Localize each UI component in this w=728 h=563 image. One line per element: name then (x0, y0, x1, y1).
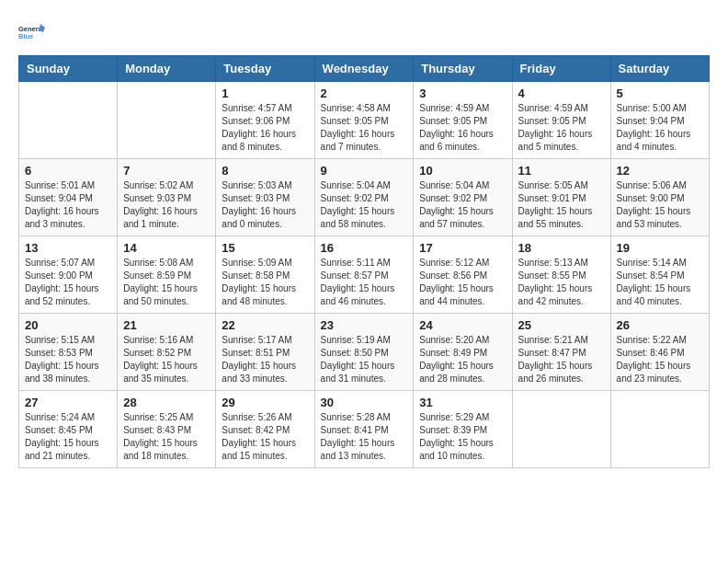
day-info: Sunrise: 5:08 AM Sunset: 8:59 PM Dayligh… (123, 257, 210, 308)
day-number: 9 (321, 164, 408, 178)
day-info: Sunrise: 5:20 AM Sunset: 8:49 PM Dayligh… (419, 334, 506, 385)
calendar-cell: 13Sunrise: 5:07 AM Sunset: 9:00 PM Dayli… (19, 236, 118, 314)
day-number: 20 (25, 318, 111, 332)
calendar-cell: 14Sunrise: 5:08 AM Sunset: 8:59 PM Dayli… (118, 236, 216, 314)
calendar-week-row: 1Sunrise: 4:57 AM Sunset: 9:06 PM Daylig… (19, 82, 710, 159)
calendar-cell: 28Sunrise: 5:25 AM Sunset: 8:43 PM Dayli… (118, 391, 216, 468)
calendar-cell: 20Sunrise: 5:15 AM Sunset: 8:53 PM Dayli… (19, 314, 118, 391)
day-info: Sunrise: 5:19 AM Sunset: 8:50 PM Dayligh… (321, 334, 408, 385)
day-number: 2 (321, 86, 408, 100)
day-info: Sunrise: 5:05 AM Sunset: 9:01 PM Dayligh… (518, 179, 605, 231)
calendar-cell: 6Sunrise: 5:01 AM Sunset: 9:04 PM Daylig… (19, 159, 118, 236)
day-number: 24 (419, 318, 506, 332)
day-number: 21 (123, 318, 210, 332)
day-number: 16 (321, 241, 408, 255)
svg-text:Blue: Blue (18, 32, 33, 40)
col-header-wednesday: Wednesday (314, 56, 414, 82)
day-info: Sunrise: 5:26 AM Sunset: 8:42 PM Dayligh… (222, 411, 308, 463)
calendar-cell: 2Sunrise: 4:58 AM Sunset: 9:05 PM Daylig… (314, 82, 414, 159)
day-number: 6 (25, 164, 111, 178)
day-number: 3 (419, 86, 506, 100)
day-number: 23 (321, 318, 408, 332)
day-number: 8 (222, 164, 308, 178)
day-info: Sunrise: 5:25 AM Sunset: 8:43 PM Dayligh… (123, 411, 210, 463)
calendar-cell: 23Sunrise: 5:19 AM Sunset: 8:50 PM Dayli… (314, 314, 414, 391)
day-info: Sunrise: 5:21 AM Sunset: 8:47 PM Dayligh… (518, 334, 605, 385)
calendar-cell: 30Sunrise: 5:28 AM Sunset: 8:41 PM Dayli… (314, 391, 414, 468)
calendar-cell: 21Sunrise: 5:16 AM Sunset: 8:52 PM Dayli… (118, 314, 216, 391)
day-number: 4 (518, 86, 605, 100)
calendar-cell: 24Sunrise: 5:20 AM Sunset: 8:49 PM Dayli… (414, 314, 512, 391)
calendar-cell: 9Sunrise: 5:04 AM Sunset: 9:02 PM Daylig… (314, 159, 414, 236)
calendar-cell: 31Sunrise: 5:29 AM Sunset: 8:39 PM Dayli… (414, 391, 512, 468)
day-info: Sunrise: 4:59 AM Sunset: 9:05 PM Dayligh… (518, 102, 605, 154)
col-header-tuesday: Tuesday (216, 56, 314, 82)
day-info: Sunrise: 5:14 AM Sunset: 8:54 PM Dayligh… (617, 257, 703, 308)
calendar-week-row: 20Sunrise: 5:15 AM Sunset: 8:53 PM Dayli… (19, 314, 710, 391)
day-info: Sunrise: 5:29 AM Sunset: 8:39 PM Dayligh… (419, 411, 506, 463)
day-info: Sunrise: 5:02 AM Sunset: 9:03 PM Dayligh… (123, 179, 210, 231)
day-info: Sunrise: 5:15 AM Sunset: 8:53 PM Dayligh… (25, 334, 111, 385)
col-header-thursday: Thursday (414, 56, 512, 82)
calendar-cell: 1Sunrise: 4:57 AM Sunset: 9:06 PM Daylig… (216, 82, 314, 159)
calendar-week-row: 13Sunrise: 5:07 AM Sunset: 9:00 PM Dayli… (19, 236, 710, 314)
calendar-cell: 5Sunrise: 5:00 AM Sunset: 9:04 PM Daylig… (610, 82, 709, 159)
day-number: 29 (222, 396, 308, 409)
day-number: 12 (617, 164, 703, 178)
day-info: Sunrise: 5:04 AM Sunset: 9:02 PM Dayligh… (321, 179, 408, 231)
day-info: Sunrise: 4:57 AM Sunset: 9:06 PM Dayligh… (222, 102, 308, 154)
calendar-cell: 16Sunrise: 5:11 AM Sunset: 8:57 PM Dayli… (314, 236, 414, 314)
day-info: Sunrise: 5:01 AM Sunset: 9:04 PM Dayligh… (25, 179, 111, 231)
calendar-cell (512, 391, 610, 468)
day-number: 27 (25, 396, 111, 409)
calendar-cell: 19Sunrise: 5:14 AM Sunset: 8:54 PM Dayli… (610, 236, 709, 314)
calendar-table: SundayMondayTuesdayWednesdayThursdayFrid… (18, 55, 710, 468)
day-info: Sunrise: 5:16 AM Sunset: 8:52 PM Dayligh… (123, 334, 210, 385)
day-number: 5 (617, 86, 703, 100)
calendar-week-row: 6Sunrise: 5:01 AM Sunset: 9:04 PM Daylig… (19, 159, 710, 236)
calendar-cell: 27Sunrise: 5:24 AM Sunset: 8:45 PM Dayli… (19, 391, 118, 468)
col-header-monday: Monday (118, 56, 216, 82)
day-number: 1 (222, 86, 308, 100)
col-header-sunday: Sunday (19, 56, 118, 82)
calendar-week-row: 27Sunrise: 5:24 AM Sunset: 8:45 PM Dayli… (19, 391, 710, 468)
calendar-cell: 8Sunrise: 5:03 AM Sunset: 9:03 PM Daylig… (216, 159, 314, 236)
calendar-cell: 12Sunrise: 5:06 AM Sunset: 9:00 PM Dayli… (610, 159, 709, 236)
calendar-cell: 26Sunrise: 5:22 AM Sunset: 8:46 PM Dayli… (610, 314, 709, 391)
day-number: 31 (419, 396, 506, 409)
calendar-cell: 17Sunrise: 5:12 AM Sunset: 8:56 PM Dayli… (414, 236, 512, 314)
calendar-cell: 3Sunrise: 4:59 AM Sunset: 9:05 PM Daylig… (414, 82, 512, 159)
day-number: 10 (419, 164, 506, 178)
day-info: Sunrise: 5:04 AM Sunset: 9:02 PM Dayligh… (419, 179, 506, 231)
calendar-cell (610, 391, 709, 468)
calendar-cell: 4Sunrise: 4:59 AM Sunset: 9:05 PM Daylig… (512, 82, 610, 159)
day-number: 19 (617, 241, 703, 255)
calendar-cell (19, 82, 118, 159)
day-info: Sunrise: 5:17 AM Sunset: 8:51 PM Dayligh… (222, 334, 308, 385)
day-info: Sunrise: 5:06 AM Sunset: 9:00 PM Dayligh… (617, 179, 703, 231)
day-info: Sunrise: 5:13 AM Sunset: 8:55 PM Dayligh… (518, 257, 605, 308)
logo-icon: GeneralBlue (18, 18, 46, 46)
day-number: 18 (518, 241, 605, 255)
logo: GeneralBlue (18, 18, 46, 46)
day-number: 7 (123, 164, 210, 178)
calendar-cell (118, 82, 216, 159)
day-number: 26 (617, 318, 703, 332)
day-info: Sunrise: 4:58 AM Sunset: 9:05 PM Dayligh… (321, 102, 408, 154)
day-number: 11 (518, 164, 605, 178)
day-number: 30 (321, 396, 408, 409)
day-info: Sunrise: 5:00 AM Sunset: 9:04 PM Dayligh… (617, 102, 703, 154)
day-number: 25 (518, 318, 605, 332)
day-info: Sunrise: 5:07 AM Sunset: 9:00 PM Dayligh… (25, 257, 111, 308)
day-info: Sunrise: 5:12 AM Sunset: 8:56 PM Dayligh… (419, 257, 506, 308)
calendar-cell: 25Sunrise: 5:21 AM Sunset: 8:47 PM Dayli… (512, 314, 610, 391)
day-info: Sunrise: 5:22 AM Sunset: 8:46 PM Dayligh… (617, 334, 703, 385)
day-info: Sunrise: 5:03 AM Sunset: 9:03 PM Dayligh… (222, 179, 308, 231)
calendar-cell: 15Sunrise: 5:09 AM Sunset: 8:58 PM Dayli… (216, 236, 314, 314)
calendar-cell: 11Sunrise: 5:05 AM Sunset: 9:01 PM Dayli… (512, 159, 610, 236)
day-number: 13 (25, 241, 111, 255)
day-info: Sunrise: 5:11 AM Sunset: 8:57 PM Dayligh… (321, 257, 408, 308)
day-number: 17 (419, 241, 506, 255)
day-info: Sunrise: 5:28 AM Sunset: 8:41 PM Dayligh… (321, 411, 408, 463)
calendar-header-row: SundayMondayTuesdayWednesdayThursdayFrid… (19, 56, 710, 82)
